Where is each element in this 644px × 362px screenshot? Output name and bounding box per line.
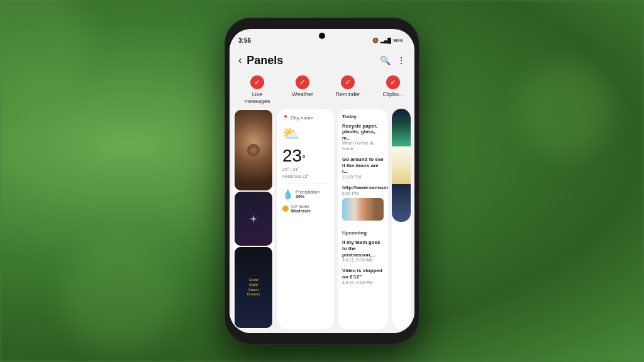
reminder-title-3: http://www.samsung.com bbox=[342, 185, 384, 191]
bokeh-2 bbox=[518, 63, 613, 157]
reminder-subtitle-1: When I arrive at home bbox=[342, 141, 384, 151]
signal-icon: ▂▄█ bbox=[380, 38, 391, 43]
panel-icon-clipboard[interactable]: ✓ Clipbo... bbox=[370, 75, 411, 105]
reminder-subtitle-2: 11:00 PM bbox=[342, 175, 384, 180]
panel-label-reminder: Reminder bbox=[335, 91, 360, 98]
weather-feels-like: Feels like 22° bbox=[282, 174, 329, 178]
weather-temp-display: 23 ° bbox=[282, 147, 329, 165]
panel-label-weather: Weather bbox=[292, 91, 313, 98]
upcoming-label: Upcoming bbox=[342, 230, 384, 236]
mute-icon: 🔕 bbox=[372, 38, 379, 43]
panel-check-reminder: ✓ bbox=[341, 75, 355, 89]
panel-label-clipboard: Clipbo... bbox=[382, 91, 403, 98]
clipboard-panel bbox=[392, 109, 411, 329]
clipboard-image-2 bbox=[392, 146, 411, 184]
precip-info: Precipitation 30% bbox=[296, 190, 320, 199]
reminder-item-3: http://www.samsung.com 6:00 PM bbox=[342, 185, 384, 222]
uv-dot-icon bbox=[282, 206, 289, 212]
panel-label-live: Livemessages bbox=[244, 91, 270, 105]
panels-content: ✓ Livemessages ✓ Weather ✓ Reminder bbox=[230, 72, 414, 333]
panel-icons-row: ✓ Livemessages ✓ Weather ✓ Reminder bbox=[233, 74, 411, 109]
panel-check-live: ✓ bbox=[250, 75, 264, 89]
live-image-1 bbox=[235, 110, 272, 191]
panel-check-weather: ✓ bbox=[296, 75, 309, 89]
header-actions: 🔍 ⋮ bbox=[380, 55, 406, 65]
clipboard-image-1 bbox=[392, 109, 411, 146]
more-options-icon[interactable]: ⋮ bbox=[397, 55, 406, 65]
upcoming-title-1: If my team goes to the postseason,... bbox=[342, 239, 384, 258]
upcoming-subtitle-2: Jul 15, 8:00 PM bbox=[342, 280, 384, 285]
camera-hole bbox=[319, 33, 325, 39]
panels-cards-row: GoodNightSweetDreams 📍 City name ⛅ bbox=[233, 109, 411, 329]
top-nav-bar: ‹ Panels 🔍 ⋮ bbox=[230, 49, 414, 72]
phone-screen: 3:56 🔕 ▂▄█ 96% ‹ Panels 🔍 ⋮ bbox=[230, 29, 414, 333]
uv-info: UV Index Moderate bbox=[291, 204, 311, 213]
phone-wrapper: 3:56 🔕 ▂▄█ 96% ‹ Panels 🔍 ⋮ bbox=[225, 18, 419, 344]
battery-text: 96% bbox=[393, 38, 403, 43]
live-messages-panel: GoodNightSweetDreams bbox=[233, 109, 274, 329]
weather-icon-wrap: ⛅ bbox=[282, 126, 329, 142]
clipboard-image-3 bbox=[392, 184, 411, 222]
phone-device: 3:56 🔕 ▂▄█ 96% ‹ Panels 🔍 ⋮ bbox=[225, 18, 419, 344]
status-icons: 🔕 ▂▄█ 96% bbox=[372, 38, 403, 43]
live-image-3: GoodNightSweetDreams bbox=[235, 247, 272, 328]
upcoming-subtitle-1: Jul 11, 6:30 AM bbox=[342, 258, 384, 263]
reminder-panel: Today Recycle paper, plastic, glass, m..… bbox=[338, 109, 388, 329]
location-pin-icon: 📍 bbox=[282, 115, 289, 121]
search-icon[interactable]: 🔍 bbox=[380, 55, 391, 65]
weather-unit: ° bbox=[302, 153, 306, 163]
panels-scroll: ✓ Livemessages ✓ Weather ✓ Reminder bbox=[230, 72, 414, 333]
upcoming-title-2: Video is stopped on 6'12" bbox=[342, 268, 384, 280]
weather-panel: 📍 City name ⛅ 23 ° 25° / 21° Fee bbox=[277, 109, 334, 329]
upcoming-item-2: Video is stopped on 6'12" Jul 15, 8:00 P… bbox=[342, 268, 384, 285]
raindrop-icon: 💧 bbox=[282, 189, 293, 199]
weather-divider bbox=[282, 184, 329, 184]
bokeh-3 bbox=[63, 236, 176, 349]
weather-temp-range: 25° / 21° bbox=[282, 167, 329, 172]
reminder-image-inner bbox=[342, 198, 384, 221]
status-time: 3:56 bbox=[238, 37, 251, 44]
panel-icon-live-messages[interactable]: ✓ Livemessages bbox=[235, 75, 280, 105]
panel-icon-reminder[interactable]: ✓ Reminder bbox=[325, 75, 370, 105]
weather-location: 📍 City name bbox=[282, 115, 329, 121]
page-title: Panels bbox=[247, 54, 380, 67]
reminder-subtitle-3: 6:00 PM bbox=[342, 191, 384, 196]
reminder-item-2: Go around to see if the doors are l... 1… bbox=[342, 156, 384, 180]
panel-icon-weather[interactable]: ✓ Weather bbox=[280, 75, 325, 105]
reminder-title-1: Recycle paper, plastic, glass, m... bbox=[342, 123, 384, 141]
weather-precipitation: 💧 Precipitation 30% bbox=[282, 189, 329, 199]
upcoming-item-1: If my team goes to the postseason,... Ju… bbox=[342, 239, 384, 263]
panel-check-clipboard: ✓ bbox=[386, 75, 400, 89]
cloud-sun-icon: ⛅ bbox=[282, 126, 299, 142]
reminder-title-2: Go around to see if the doors are l... bbox=[342, 156, 384, 175]
weather-uv: UV Index Moderate bbox=[282, 204, 329, 213]
weather-temperature: 23 bbox=[282, 147, 302, 165]
reminder-item-1: Recycle paper, plastic, glass, m... When… bbox=[342, 123, 384, 152]
reminder-image bbox=[342, 198, 384, 221]
back-button[interactable]: ‹ bbox=[238, 55, 242, 66]
today-label: Today bbox=[342, 114, 384, 119]
live-image-2 bbox=[235, 192, 272, 246]
